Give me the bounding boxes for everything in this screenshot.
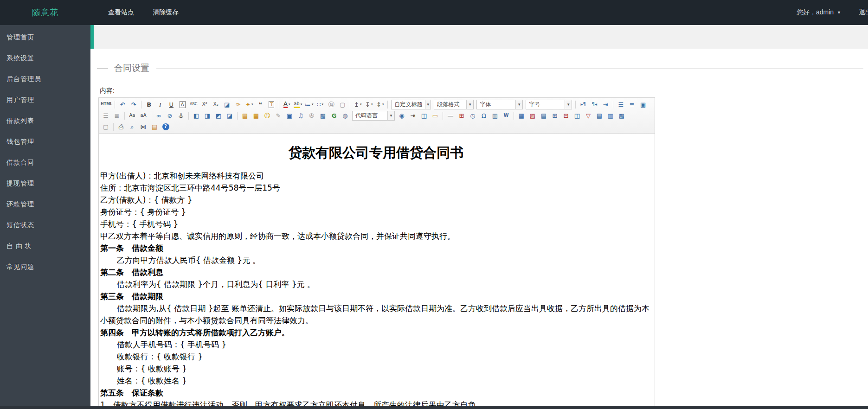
source-code-button[interactable]: HTML [101,100,112,109]
image-align-left-icon[interactable]: ◧ [191,111,201,121]
chevron-down-icon[interactable]: ▼ [466,100,473,109]
clear-cache-button[interactable]: 清除缓存 [153,8,179,17]
sidebar-item-8[interactable]: 还款管理 [0,194,90,215]
chevron-down-icon[interactable]: ▼ [515,100,522,109]
to-lowercase-icon[interactable]: aA [138,111,148,121]
search-replace-icon[interactable]: ⋈ [138,122,148,132]
image-align-right-icon[interactable]: ◨ [202,111,212,121]
help-icon[interactable]: ? [161,122,171,132]
insert-image-icon[interactable]: ▤ [240,111,250,121]
sidebar-item-6[interactable]: 借款合同 [0,152,90,173]
undo-icon[interactable]: ↶ [117,100,128,109]
format-brush-icon[interactable]: ✑ [233,100,243,109]
sidebar-item-0[interactable]: 管理首页 [0,27,90,48]
insert-video-icon[interactable]: ▣ [284,111,295,121]
date-icon[interactable]: ⊞ [457,111,467,121]
user-menu[interactable]: 您好，admin ▼ [797,8,841,17]
font-size-dropdown[interactable]: 字号▼ [526,100,572,109]
table-title-row-icon[interactable]: ⊞ [550,111,560,121]
underline-icon[interactable]: U [166,100,176,109]
to-uppercase-icon[interactable]: Aa [127,111,137,121]
unlink-icon[interactable]: ⊘ [165,111,175,121]
image-center-icon[interactable]: ◪ [225,111,235,121]
sidebar-item-9[interactable]: 短信状态 [0,215,90,236]
superscript-icon[interactable]: X² [199,100,210,109]
editor-content-area[interactable]: 贷款有限公司专用借贷合同书 甲方(出借人)：北京和创未来网络科技有限公司住所：北… [99,134,655,409]
insert-column-icon[interactable]: ◫ [572,111,582,121]
google-map-icon[interactable]: G [329,111,339,121]
subscript-icon[interactable]: X₂ [211,100,221,109]
ordered-list-icon[interactable]: ≔▾ [304,100,314,109]
table-stripe-1-icon[interactable]: ▤ [594,111,604,121]
chevron-down-icon[interactable]: ▼ [387,111,394,120]
blank-doc-icon[interactable]: ▢ [337,100,347,109]
font-family-dropdown[interactable]: 字体▼ [476,100,523,109]
line-height-icon[interactable]: ↕▾ [375,100,385,109]
align-center-icon[interactable]: ≡ [627,100,637,109]
insert-table-icon[interactable]: ▦ [516,111,527,121]
horizontal-rule-icon[interactable]: — [445,111,456,121]
scrawl-icon[interactable]: ✎ [273,111,283,121]
chevron-down-icon[interactable]: ▼ [565,100,572,109]
delete-row-icon[interactable]: ▽ [583,111,593,121]
chevron-down-icon[interactable]: ▼ [425,100,431,109]
link-icon[interactable]: ∞ [154,111,164,121]
spellcheck-icon[interactable]: ▥ [490,111,500,121]
unordered-list-icon[interactable]: ∷▾ [315,100,325,109]
paste-board-icon[interactable]: ▤ [149,122,160,132]
anchor-icon[interactable]: ⚓ [176,111,186,121]
view-site-button[interactable]: 查看站点 [108,8,134,17]
table-caption-icon[interactable]: ▤ [539,111,549,121]
image-inline-icon[interactable]: ◩ [213,111,224,121]
sidebar-item-11[interactable]: 常见问题 [0,256,90,277]
italic-icon[interactable]: I [155,100,165,109]
word-image-icon[interactable]: W [501,111,511,121]
delete-table-icon[interactable]: ▨ [527,111,538,121]
table-stripe-2-icon[interactable]: ▥ [605,111,616,121]
paragraph-indent-icon[interactable]: ⇥ [600,100,611,109]
paste-text-icon[interactable]: T [266,100,276,109]
template-icon[interactable]: ▭ [430,111,440,121]
paragraph-format-dropdown[interactable]: 段落格式▼ [434,100,474,109]
insert-code-icon[interactable]: ◉ [397,111,407,121]
eraser-icon[interactable]: ◪ [222,100,232,109]
code-language-dropdown[interactable]: 代码语言▼ [352,111,395,121]
blockquote-icon[interactable]: ❝ [255,100,265,109]
logout-button[interactable]: 退出 [859,8,868,17]
baidu-map-icon[interactable]: ▩ [318,111,328,121]
app-logo[interactable]: 随意花 [0,7,90,18]
paragraph-lines-icon[interactable]: ≣ [112,111,122,121]
iframe-icon[interactable]: ◫ [419,111,429,121]
spacing-top-icon[interactable]: ↥▾ [353,100,363,109]
highlight-color-icon[interactable]: ab▾ [293,100,303,109]
new-doc-icon[interactable]: ▢ [101,122,111,132]
page-break-icon[interactable]: ⇥ [408,111,418,121]
strikethrough-icon[interactable]: ABC [188,100,199,109]
font-border-icon[interactable]: A [177,100,187,109]
ltr-paragraph-icon[interactable]: ▸¶ [578,100,588,109]
rtl-paragraph-icon[interactable]: ¶◂ [589,100,599,109]
sidebar-item-2[interactable]: 后台管理员 [0,69,90,89]
fullscreen-preview-icon[interactable]: ▣ [638,100,648,109]
table-stripe-3-icon[interactable]: ▩ [617,111,627,121]
custom-title-dropdown[interactable]: 自定义标题▼ [391,100,431,109]
redo-icon[interactable]: ↷ [129,100,139,109]
time-icon[interactable]: ◷ [468,111,478,121]
indent-first-line-icon[interactable]: ☰ [101,111,111,121]
bold-icon[interactable]: B [144,100,154,109]
auto-layout-icon[interactable]: ⓐ [326,100,336,109]
special-chars-icon[interactable]: Ω [479,111,489,121]
print-icon[interactable]: ⎙ [116,122,126,132]
sidebar-item-7[interactable]: 提现管理 [0,173,90,194]
spacing-bottom-icon[interactable]: ↧▾ [364,100,374,109]
image-manager-icon[interactable]: ▦ [251,111,261,121]
insert-music-icon[interactable]: ♫ [296,111,306,121]
attachment-icon[interactable]: ✇ [307,111,317,121]
insert-frame-icon[interactable]: ◍ [340,111,350,121]
font-color-icon[interactable]: A▾ [282,100,292,109]
sidebar-item-5[interactable]: 钱包管理 [0,131,90,152]
sidebar-item-3[interactable]: 用户管理 [0,89,90,110]
sidebar-item-4[interactable]: 借款列表 [0,110,90,131]
merge-cells-icon[interactable]: ⊟ [561,111,571,121]
emotion-icon[interactable]: ☺ [262,111,272,121]
